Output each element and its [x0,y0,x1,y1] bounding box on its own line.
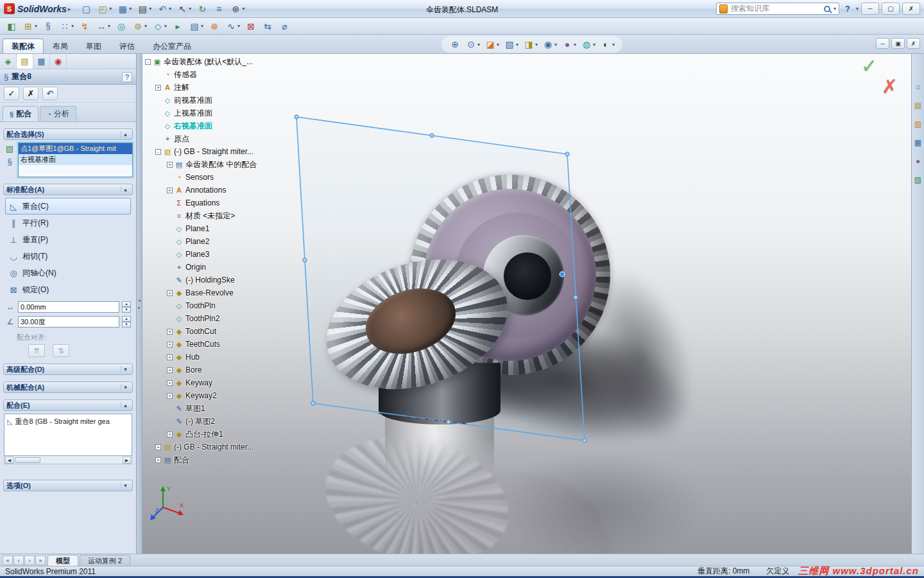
open-document-button[interactable]: ◰ ▾ [95,2,114,16]
tree-item[interactable]: ◇ Plane3 [145,248,293,261]
scrollbar-thumb[interactable] [15,457,40,463]
tree-item[interactable]: ✎ (-) HoldingSke [145,274,293,286]
multiple-mate-mode-button[interactable]: § [7,157,12,166]
tree-expander[interactable]: + [155,85,161,91]
mate-selections-listbox[interactable]: 点1@草图1@GB - Straight mit 右视基准面 [18,143,133,177]
confirm-ok-button[interactable]: ✓ [861,57,877,76]
measure-button[interactable]: ⌀ [277,19,292,33]
displaymanager-tab[interactable]: ◉ [50,54,67,69]
distance-stepper[interactable]: ▲ ▼ [122,301,131,313]
tree-item[interactable]: ✎ 草图1 [145,402,293,415]
help-dropdown-icon[interactable]: ▾ [856,6,859,12]
pm-help-button[interactable]: ? [122,72,132,82]
selection-handle[interactable] [295,115,298,119]
tree-item[interactable]: + A 注解 [145,81,293,94]
selection-handle[interactable] [430,134,434,137]
perpendicular-option[interactable]: ⊥ 垂直(P) [5,231,131,248]
tree-item[interactable]: - ▣ 伞齿装配体 (默认<默认_... [145,55,293,68]
display-style-button[interactable]: ◨ ▾ [521,37,540,51]
tree-expander[interactable]: + [167,342,173,347]
save-button[interactable]: ▦ ▾ [115,2,133,16]
tree-item[interactable]: ◇ ToothPln2 [145,312,293,325]
selection-item-plane[interactable]: 右视基准面 [19,154,132,165]
zoom-fit-button[interactable]: ⊕ [447,37,463,51]
search-icon[interactable] [824,6,830,12]
tree-item[interactable]: ◔ 传感器 [145,68,293,81]
apply-scene-button[interactable]: ◍ ▾ [579,37,597,51]
solidworks-resources-icon[interactable]: ⌂ [916,82,920,91]
lock-option[interactable]: ⊠ 锁定(O) [5,281,131,298]
selection-handle[interactable] [311,401,315,405]
spin-up-icon[interactable]: ▲ [122,316,131,322]
tree-expander[interactable]: + [167,367,173,373]
clearance-verification-button[interactable]: ⇆ [260,19,275,33]
tree-expander[interactable]: + [167,162,173,168]
rebuild-button[interactable]: ↻ [194,2,210,16]
interference-detection-button[interactable]: ⊠ [243,19,259,33]
tree-expander[interactable]: + [167,432,173,437]
tree-expander[interactable]: + [167,329,173,335]
tree-item[interactable]: ◇ 前视基准面 [145,94,293,107]
section-header-mates-list[interactable]: 配合(E) ▴ [3,399,133,411]
cancel-button[interactable]: ✗ [23,87,38,100]
last-study-button[interactable]: » [35,556,46,565]
undo-button[interactable]: ↶ ▾ [155,2,173,16]
assembly-features-button[interactable]: ⊚ ▾ [130,19,149,33]
tree-item[interactable]: ⌖ 原点 [145,132,293,145]
print-button[interactable]: ▤ ▾ [135,2,153,16]
tab-motion-study-2[interactable]: 运动算例 2 [80,555,130,566]
selection-handle[interactable] [447,420,450,424]
tree-item[interactable]: + ▤ 伞齿装配体 中的配合 [145,158,293,171]
collapse-chevron-icon[interactable]: ▴ [121,131,130,137]
tree-item[interactable]: ◔ Sensors [145,171,293,184]
view-orientation-button[interactable]: ▧ ▾ [502,37,520,51]
aligned-button[interactable]: ⇈ [28,344,45,357]
new-motion-study-button[interactable]: ▸ [170,19,185,33]
document-close-button[interactable]: ✗ [907,38,920,49]
mate-button[interactable]: § [40,19,56,33]
document-minimize-button[interactable]: ─ [876,38,889,49]
selection-handle[interactable] [303,258,307,262]
scroll-right-button[interactable]: ▶ [123,457,131,464]
zoom-area-button[interactable]: ⊙ ▾ [463,37,482,51]
view-settings-button[interactable]: ◐ ▾ [598,37,617,51]
undo-button[interactable]: ↶ [42,87,58,100]
tab-layout[interactable]: 布局 [44,39,77,53]
tab-analysis[interactable]: ◔ 分析 [40,106,76,121]
coincident-option[interactable]: ◺ 重合(C) [5,198,131,215]
tree-item[interactable]: + A Annotations [145,184,293,197]
tree-item[interactable]: + ◆ TeethCuts [145,338,293,351]
tree-expander[interactable]: - [145,59,151,65]
tree-expander[interactable]: + [167,188,173,193]
collapse-chevron-icon[interactable]: ▾ [121,384,130,390]
selection-item-point[interactable]: 点1@草图1@GB - Straight mit [19,143,132,154]
mates-horizontal-scrollbar[interactable]: ◀ ▶ [4,456,132,464]
select-button[interactable]: ↖ ▾ [175,2,193,16]
tree-expander[interactable]: + [167,355,173,360]
tree-expander[interactable]: + [155,444,161,450]
sketch-plane-outline[interactable] [296,117,585,441]
ok-button[interactable]: ✓ [4,87,19,100]
tree-item[interactable]: ◇ 上视基准面 [145,107,293,119]
collapse-chevron-icon[interactable]: ▾ [121,366,130,372]
tree-item[interactable]: + ◆ Hub [145,351,293,363]
concentric-option[interactable]: ◎ 同轴心(N) [5,265,131,281]
configurationmanager-tab[interactable]: ▦ [33,54,50,69]
next-study-button[interactable]: › [24,556,35,565]
minimize-button[interactable]: ─ [861,3,879,15]
new-document-button[interactable]: ▢ [78,2,94,16]
tree-item[interactable]: ✎ (-) 草图2 [145,415,293,428]
smart-fasteners-button[interactable]: ↯ [77,19,92,33]
edit-component-button[interactable]: ◧ [4,19,19,33]
tree-expander[interactable]: + [167,393,173,399]
tree-item[interactable]: ⌖ Origin [145,261,293,274]
linear-component-pattern-button[interactable]: ∷ ▾ [57,19,76,33]
selection-handle[interactable] [565,152,569,156]
sketch-point[interactable] [560,272,565,277]
mate-list-item[interactable]: ◺ 重合8 (GB - Straight miter gea [7,417,129,426]
tab-sketch[interactable]: 草图 [77,39,110,53]
file-properties-button[interactable]: ≡ [211,2,227,16]
explode-line-sketch-button[interactable]: ∿ ▾ [223,19,242,33]
section-header-options[interactable]: 选项(O) ▾ [3,480,133,491]
reference-geometry-button[interactable]: ◇ ▾ [150,19,169,33]
